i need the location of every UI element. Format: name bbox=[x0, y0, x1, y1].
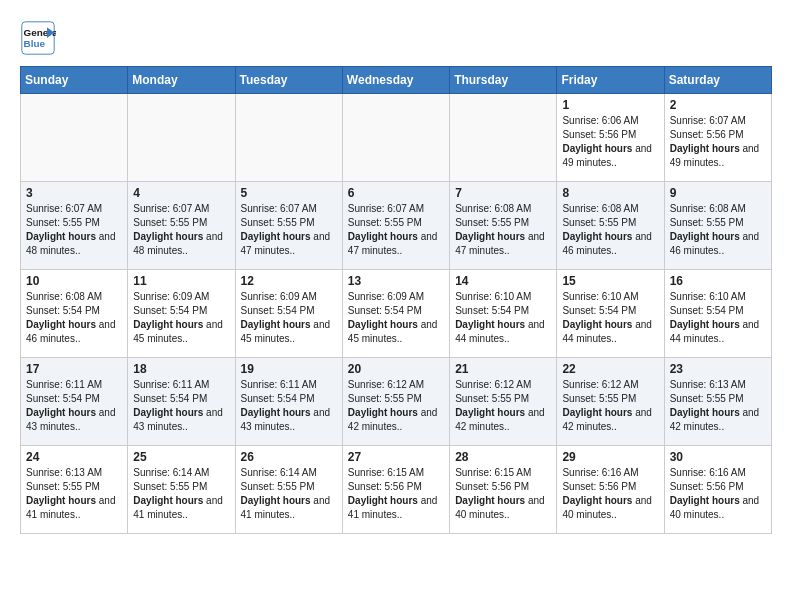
day-number: 10 bbox=[26, 274, 122, 288]
day-number: 6 bbox=[348, 186, 444, 200]
cell-info: Sunrise: 6:11 AMSunset: 5:54 PMDaylight … bbox=[133, 378, 229, 434]
day-number: 26 bbox=[241, 450, 337, 464]
calendar-page: General Blue SundayMondayTuesdayWednesda… bbox=[0, 0, 792, 544]
day-cell: 13Sunrise: 6:09 AMSunset: 5:54 PMDayligh… bbox=[342, 270, 449, 358]
day-cell: 1Sunrise: 6:06 AMSunset: 5:56 PMDaylight… bbox=[557, 94, 664, 182]
cell-info: Sunrise: 6:10 AMSunset: 5:54 PMDaylight … bbox=[562, 290, 658, 346]
cell-info: Sunrise: 6:14 AMSunset: 5:55 PMDaylight … bbox=[133, 466, 229, 522]
cell-info: Sunrise: 6:13 AMSunset: 5:55 PMDaylight … bbox=[670, 378, 766, 434]
day-number: 21 bbox=[455, 362, 551, 376]
cell-info: Sunrise: 6:15 AMSunset: 5:56 PMDaylight … bbox=[348, 466, 444, 522]
calendar-week-row: 3Sunrise: 6:07 AMSunset: 5:55 PMDaylight… bbox=[21, 182, 772, 270]
day-number: 14 bbox=[455, 274, 551, 288]
day-cell: 18Sunrise: 6:11 AMSunset: 5:54 PMDayligh… bbox=[128, 358, 235, 446]
day-number: 3 bbox=[26, 186, 122, 200]
day-of-week-header: Sunday bbox=[21, 67, 128, 94]
day-number: 29 bbox=[562, 450, 658, 464]
cell-info: Sunrise: 6:16 AMSunset: 5:56 PMDaylight … bbox=[670, 466, 766, 522]
day-cell: 7Sunrise: 6:08 AMSunset: 5:55 PMDaylight… bbox=[450, 182, 557, 270]
day-cell bbox=[235, 94, 342, 182]
cell-info: Sunrise: 6:13 AMSunset: 5:55 PMDaylight … bbox=[26, 466, 122, 522]
day-of-week-header: Friday bbox=[557, 67, 664, 94]
logo-icon: General Blue bbox=[20, 20, 56, 56]
cell-info: Sunrise: 6:07 AMSunset: 5:55 PMDaylight … bbox=[26, 202, 122, 258]
day-number: 18 bbox=[133, 362, 229, 376]
day-number: 19 bbox=[241, 362, 337, 376]
day-cell: 5Sunrise: 6:07 AMSunset: 5:55 PMDaylight… bbox=[235, 182, 342, 270]
calendar-week-row: 17Sunrise: 6:11 AMSunset: 5:54 PMDayligh… bbox=[21, 358, 772, 446]
day-cell: 6Sunrise: 6:07 AMSunset: 5:55 PMDaylight… bbox=[342, 182, 449, 270]
calendar-week-row: 10Sunrise: 6:08 AMSunset: 5:54 PMDayligh… bbox=[21, 270, 772, 358]
day-number: 1 bbox=[562, 98, 658, 112]
day-of-week-header: Thursday bbox=[450, 67, 557, 94]
calendar-header-row: SundayMondayTuesdayWednesdayThursdayFrid… bbox=[21, 67, 772, 94]
day-cell: 30Sunrise: 6:16 AMSunset: 5:56 PMDayligh… bbox=[664, 446, 771, 534]
cell-info: Sunrise: 6:06 AMSunset: 5:56 PMDaylight … bbox=[562, 114, 658, 170]
cell-info: Sunrise: 6:08 AMSunset: 5:55 PMDaylight … bbox=[562, 202, 658, 258]
day-number: 24 bbox=[26, 450, 122, 464]
day-cell: 3Sunrise: 6:07 AMSunset: 5:55 PMDaylight… bbox=[21, 182, 128, 270]
day-number: 27 bbox=[348, 450, 444, 464]
cell-info: Sunrise: 6:08 AMSunset: 5:54 PMDaylight … bbox=[26, 290, 122, 346]
day-cell: 28Sunrise: 6:15 AMSunset: 5:56 PMDayligh… bbox=[450, 446, 557, 534]
cell-info: Sunrise: 6:11 AMSunset: 5:54 PMDaylight … bbox=[241, 378, 337, 434]
cell-info: Sunrise: 6:07 AMSunset: 5:55 PMDaylight … bbox=[133, 202, 229, 258]
calendar-week-row: 1Sunrise: 6:06 AMSunset: 5:56 PMDaylight… bbox=[21, 94, 772, 182]
calendar-body: 1Sunrise: 6:06 AMSunset: 5:56 PMDaylight… bbox=[21, 94, 772, 534]
cell-info: Sunrise: 6:07 AMSunset: 5:55 PMDaylight … bbox=[348, 202, 444, 258]
cell-info: Sunrise: 6:15 AMSunset: 5:56 PMDaylight … bbox=[455, 466, 551, 522]
day-of-week-header: Wednesday bbox=[342, 67, 449, 94]
day-number: 17 bbox=[26, 362, 122, 376]
cell-info: Sunrise: 6:09 AMSunset: 5:54 PMDaylight … bbox=[348, 290, 444, 346]
day-number: 15 bbox=[562, 274, 658, 288]
day-number: 23 bbox=[670, 362, 766, 376]
day-cell: 10Sunrise: 6:08 AMSunset: 5:54 PMDayligh… bbox=[21, 270, 128, 358]
day-number: 12 bbox=[241, 274, 337, 288]
day-cell: 25Sunrise: 6:14 AMSunset: 5:55 PMDayligh… bbox=[128, 446, 235, 534]
cell-info: Sunrise: 6:14 AMSunset: 5:55 PMDaylight … bbox=[241, 466, 337, 522]
day-cell: 14Sunrise: 6:10 AMSunset: 5:54 PMDayligh… bbox=[450, 270, 557, 358]
cell-info: Sunrise: 6:10 AMSunset: 5:54 PMDaylight … bbox=[455, 290, 551, 346]
day-number: 13 bbox=[348, 274, 444, 288]
calendar-table: SundayMondayTuesdayWednesdayThursdayFrid… bbox=[20, 66, 772, 534]
cell-info: Sunrise: 6:16 AMSunset: 5:56 PMDaylight … bbox=[562, 466, 658, 522]
day-cell: 24Sunrise: 6:13 AMSunset: 5:55 PMDayligh… bbox=[21, 446, 128, 534]
day-number: 5 bbox=[241, 186, 337, 200]
cell-info: Sunrise: 6:10 AMSunset: 5:54 PMDaylight … bbox=[670, 290, 766, 346]
day-cell: 16Sunrise: 6:10 AMSunset: 5:54 PMDayligh… bbox=[664, 270, 771, 358]
day-number: 22 bbox=[562, 362, 658, 376]
day-of-week-header: Saturday bbox=[664, 67, 771, 94]
day-number: 7 bbox=[455, 186, 551, 200]
cell-info: Sunrise: 6:08 AMSunset: 5:55 PMDaylight … bbox=[670, 202, 766, 258]
day-cell bbox=[342, 94, 449, 182]
day-cell: 20Sunrise: 6:12 AMSunset: 5:55 PMDayligh… bbox=[342, 358, 449, 446]
day-number: 25 bbox=[133, 450, 229, 464]
day-number: 30 bbox=[670, 450, 766, 464]
header: General Blue bbox=[20, 20, 772, 56]
day-number: 4 bbox=[133, 186, 229, 200]
day-of-week-header: Tuesday bbox=[235, 67, 342, 94]
day-cell: 12Sunrise: 6:09 AMSunset: 5:54 PMDayligh… bbox=[235, 270, 342, 358]
day-number: 28 bbox=[455, 450, 551, 464]
day-number: 8 bbox=[562, 186, 658, 200]
cell-info: Sunrise: 6:07 AMSunset: 5:55 PMDaylight … bbox=[241, 202, 337, 258]
cell-info: Sunrise: 6:09 AMSunset: 5:54 PMDaylight … bbox=[133, 290, 229, 346]
day-number: 20 bbox=[348, 362, 444, 376]
cell-info: Sunrise: 6:09 AMSunset: 5:54 PMDaylight … bbox=[241, 290, 337, 346]
day-cell bbox=[128, 94, 235, 182]
cell-info: Sunrise: 6:12 AMSunset: 5:55 PMDaylight … bbox=[455, 378, 551, 434]
day-of-week-header: Monday bbox=[128, 67, 235, 94]
day-cell: 29Sunrise: 6:16 AMSunset: 5:56 PMDayligh… bbox=[557, 446, 664, 534]
logo: General Blue bbox=[20, 20, 60, 56]
cell-info: Sunrise: 6:08 AMSunset: 5:55 PMDaylight … bbox=[455, 202, 551, 258]
cell-info: Sunrise: 6:12 AMSunset: 5:55 PMDaylight … bbox=[562, 378, 658, 434]
svg-text:Blue: Blue bbox=[24, 38, 46, 49]
day-cell: 23Sunrise: 6:13 AMSunset: 5:55 PMDayligh… bbox=[664, 358, 771, 446]
cell-info: Sunrise: 6:12 AMSunset: 5:55 PMDaylight … bbox=[348, 378, 444, 434]
day-cell: 4Sunrise: 6:07 AMSunset: 5:55 PMDaylight… bbox=[128, 182, 235, 270]
day-number: 16 bbox=[670, 274, 766, 288]
day-cell: 19Sunrise: 6:11 AMSunset: 5:54 PMDayligh… bbox=[235, 358, 342, 446]
day-number: 9 bbox=[670, 186, 766, 200]
cell-info: Sunrise: 6:07 AMSunset: 5:56 PMDaylight … bbox=[670, 114, 766, 170]
day-cell: 27Sunrise: 6:15 AMSunset: 5:56 PMDayligh… bbox=[342, 446, 449, 534]
